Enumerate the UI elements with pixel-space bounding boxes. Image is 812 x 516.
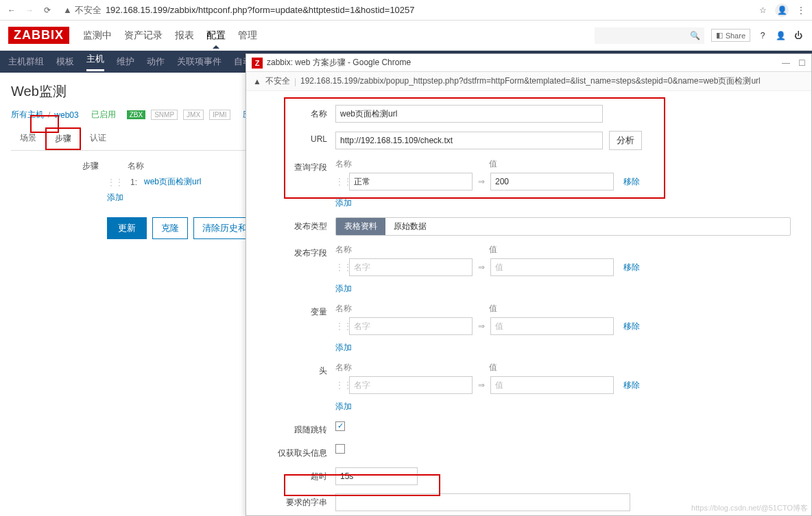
menu-admin[interactable]: 管理: [238, 29, 257, 42]
add-post-link[interactable]: 添加: [335, 283, 352, 295]
header-row: ⋮⋮ ⇒ 移除: [335, 376, 791, 394]
hdr-name-hdr: 名称: [335, 362, 473, 373]
arrow-icon: ⇒: [478, 321, 485, 331]
search-icon: 🔍: [690, 31, 700, 40]
remove-link[interactable]: 移除: [623, 321, 640, 332]
drag-handle-icon[interactable]: ⋮⋮: [335, 177, 344, 186]
menu-icon[interactable]: ⋮: [796, 5, 807, 16]
head-only-label: 仅获取头信息: [267, 444, 335, 459]
share-button[interactable]: ◧ Share: [711, 29, 750, 42]
add-query-link[interactable]: 添加: [335, 197, 352, 209]
post-value-input[interactable]: [490, 258, 614, 276]
header-name-input[interactable]: [349, 376, 473, 394]
arrow-icon: ⇒: [478, 177, 485, 186]
menu-config[interactable]: 配置: [206, 29, 226, 42]
post-type-raw[interactable]: 原始数据: [385, 218, 435, 235]
popup-favicon: Z: [252, 58, 263, 69]
popup-maximize-icon[interactable]: ☐: [798, 58, 806, 68]
drag-handle-icon[interactable]: ⋮⋮: [107, 177, 123, 187]
timeout-input[interactable]: [335, 467, 418, 485]
back-icon[interactable]: ←: [5, 4, 18, 16]
popup-window: Z zabbix: web 方案步骤 - Google Chrome — ☐ ▲…: [246, 53, 812, 516]
popup-titlebar: Z zabbix: web 方案步骤 - Google Chrome — ☐: [246, 54, 811, 72]
header-value-input[interactable]: [490, 376, 614, 394]
post-fields-label: 发布字段: [267, 244, 335, 259]
post-name-input[interactable]: [349, 258, 473, 276]
reload-icon[interactable]: ⟳: [41, 4, 53, 16]
follow-checkbox[interactable]: [335, 421, 345, 431]
help-icon[interactable]: ?: [757, 30, 768, 41]
badge-zbx: ZBX: [127, 110, 145, 119]
add-step-link[interactable]: 添加: [107, 193, 123, 202]
forward-icon[interactable]: →: [23, 4, 36, 16]
popup-insecure-icon: ▲: [253, 77, 261, 86]
query-name-input[interactable]: [349, 173, 473, 191]
avatar-icon[interactable]: 👤: [775, 3, 789, 17]
popup-minimize-icon[interactable]: —: [782, 58, 790, 68]
post-value-hdr: 值: [489, 244, 497, 256]
bc-host[interactable]: web03: [54, 110, 78, 120]
subnav-maintenance[interactable]: 维护: [117, 56, 134, 68]
drag-handle-icon[interactable]: ⋮⋮: [335, 262, 344, 272]
share-label: Share: [726, 32, 745, 40]
bc-sep: /: [48, 110, 50, 120]
power-icon[interactable]: ⏻: [793, 30, 804, 41]
post-row: ⋮⋮ ⇒ 移除: [335, 258, 791, 276]
subnav-correlation[interactable]: 关联项事件: [177, 56, 222, 68]
query-name-hdr: 名称: [335, 158, 473, 170]
step-index: 1:: [130, 177, 137, 187]
name-input[interactable]: [335, 105, 603, 123]
add-var-link[interactable]: 添加: [335, 342, 352, 354]
update-button[interactable]: 更新: [107, 217, 147, 239]
menu-reports[interactable]: 报表: [175, 29, 194, 42]
required-str-input[interactable]: [335, 493, 630, 511]
bc-all-hosts[interactable]: 所有主机: [11, 109, 44, 121]
star-icon[interactable]: ☆: [757, 5, 768, 16]
var-value-hdr: 值: [489, 303, 497, 315]
user-icon[interactable]: 👤: [775, 30, 786, 41]
steps-label: 步骤: [11, 160, 107, 204]
tab-auth[interactable]: 认证: [81, 127, 115, 150]
subnav-hostgroups[interactable]: 主机群组: [8, 56, 44, 68]
step-row: ⋮⋮ 1: web页面检测url: [107, 176, 201, 188]
add-header-link[interactable]: 添加: [335, 401, 352, 413]
popup-address-bar: ▲ 不安全 | 192.168.15.199/zabbix/popup_http…: [246, 72, 811, 91]
address-url: 192.168.15.199/zabbix/httpconf.php?form=…: [106, 5, 415, 15]
timeout-label: 超时: [267, 467, 335, 482]
address-bar[interactable]: ▲ 不安全 192.168.15.199/zabbix/httpconf.php…: [59, 4, 752, 16]
hdr-value-hdr: 值: [489, 362, 497, 373]
tab-steps[interactable]: 步骤: [45, 127, 81, 150]
query-value-input[interactable]: [490, 173, 614, 191]
insecure-badge: ▲ 不安全: [63, 4, 102, 16]
logo[interactable]: ZABBIX: [8, 27, 69, 44]
insecure-label: 不安全: [75, 4, 102, 16]
required-str-label: 要求的字串: [267, 493, 335, 508]
query-value-hdr: 值: [489, 158, 497, 170]
subnav-actions[interactable]: 动作: [147, 56, 165, 68]
step-name-link[interactable]: web页面检测url: [144, 176, 201, 188]
subnav-hosts[interactable]: 主机: [86, 53, 104, 71]
drag-handle-icon[interactable]: ⋮⋮: [335, 380, 344, 390]
remove-link[interactable]: 移除: [623, 380, 640, 391]
header-search[interactable]: 🔍: [595, 27, 704, 44]
var-value-input[interactable]: [490, 317, 614, 335]
subnav-templates[interactable]: 模板: [56, 56, 74, 68]
remove-link[interactable]: 移除: [623, 176, 640, 188]
vars-label: 变量: [267, 303, 335, 318]
menu-inventory[interactable]: 资产记录: [124, 29, 163, 42]
clone-button[interactable]: 克隆: [152, 217, 188, 239]
remove-link[interactable]: 移除: [623, 262, 640, 273]
watermark: https://blog.csdn.net/@51CTO博客: [691, 503, 808, 513]
url-label: URL: [267, 131, 335, 144]
app-header: ZABBIX 监测中 资产记录 报表 配置 管理 🔍 ◧ Share ? 👤 ⏻: [0, 21, 812, 51]
name-label: 名称: [267, 105, 335, 120]
post-type-segment: 表格资料 原始数据: [335, 217, 791, 236]
post-type-form[interactable]: 表格资料: [336, 218, 385, 235]
drag-handle-icon[interactable]: ⋮⋮: [335, 321, 344, 331]
var-name-input[interactable]: [349, 317, 473, 335]
head-only-checkbox[interactable]: [335, 444, 345, 454]
tab-scenario[interactable]: 场景: [11, 127, 45, 150]
url-input[interactable]: [335, 132, 603, 149]
analyze-button[interactable]: 分析: [609, 131, 642, 150]
menu-monitoring[interactable]: 监测中: [83, 29, 112, 42]
